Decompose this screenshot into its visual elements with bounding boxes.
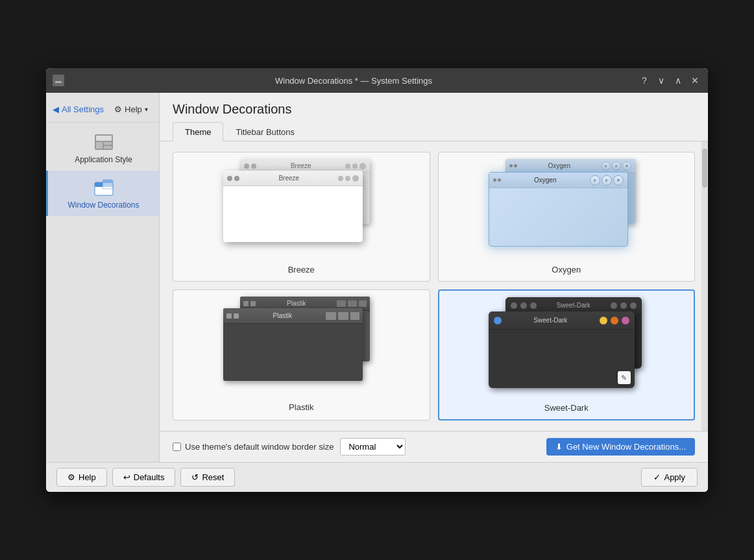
svg-rect-1	[96, 136, 112, 141]
help-footer-icon: ⚙	[67, 472, 75, 482]
main-layout: ◀ All Settings ⚙ Help ▾	[46, 93, 708, 462]
border-size-checkbox-label[interactable]: Use theme's default window border size	[173, 442, 334, 452]
bottom-options-bar: Use theme's default window border size N…	[160, 431, 708, 462]
apply-label: Apply	[664, 472, 685, 482]
sweet-dark-label: Sweet-Dark	[544, 403, 589, 413]
theme-card-breeze[interactable]: Breeze	[173, 152, 430, 282]
help-dropdown-icon: ▾	[145, 106, 148, 113]
svg-rect-8	[103, 180, 113, 183]
reset-icon: ↺	[191, 472, 199, 482]
theme-card-oxygen[interactable]: Oxygen ∨ ∧ ✕	[438, 152, 696, 282]
scrollbar-thumb[interactable]	[702, 149, 707, 188]
scrollbar-track[interactable]	[701, 141, 708, 431]
window-title: Window Decorations * — System Settings	[69, 76, 638, 86]
application-style-icon	[93, 132, 114, 152]
breeze-preview: Breeze	[180, 159, 423, 260]
all-settings-label: All Settings	[62, 104, 104, 114]
sidebar-item-application-style[interactable]: Application Style	[46, 125, 159, 171]
defaults-icon: ↩	[123, 472, 130, 482]
border-size-label: Use theme's default window border size	[185, 442, 334, 452]
app-icon: ▬	[53, 75, 64, 86]
main-window: ▬ Window Decorations * — System Settings…	[46, 68, 708, 492]
defaults-button[interactable]: ↩ Defaults	[112, 468, 176, 487]
window-decorations-icon	[93, 177, 114, 198]
help-icon: ⚙	[114, 104, 122, 114]
titlebar: ▬ Window Decorations * — System Settings…	[46, 68, 708, 93]
help-nav-button[interactable]: ⚙ Help ▾	[114, 104, 148, 114]
defaults-label: Defaults	[134, 472, 165, 482]
scroll-area: Breeze	[160, 141, 708, 431]
window-decorations-label: Window Decorations	[67, 201, 139, 210]
apply-checkmark-icon: ✓	[653, 472, 661, 482]
border-size-checkbox[interactable]	[173, 443, 181, 451]
help-footer-button[interactable]: ⚙ Help	[56, 468, 107, 487]
footer: ⚙ Help ↩ Defaults ↺ Reset ✓ Apply	[46, 462, 708, 492]
tab-bar: Theme Titlebar Buttons	[160, 122, 708, 141]
tab-titlebar-buttons[interactable]: Titlebar Buttons	[223, 122, 307, 141]
sidebar-topbar: ◀ All Settings ⚙ Help ▾	[46, 99, 159, 123]
shade-button[interactable]: ∨	[655, 74, 668, 87]
tab-theme[interactable]: Theme	[173, 122, 223, 141]
get-new-decorations-button[interactable]: ⬇ Get New Window Decorations...	[546, 438, 695, 456]
help-footer-label: Help	[79, 472, 96, 482]
svg-rect-2	[96, 142, 103, 149]
apply-button[interactable]: ✓ Apply	[641, 468, 698, 487]
back-button[interactable]: ◀ All Settings	[53, 104, 104, 114]
border-size-select[interactable]: Normal None No Sides Tiny Small Large Ve…	[340, 438, 406, 456]
content-area: Window Decorations Theme Titlebar Button…	[160, 93, 708, 462]
sweet-dark-preview: Sweet-Dark	[446, 297, 688, 398]
theme-card-sweet-dark[interactable]: Sweet-Dark	[438, 289, 696, 420]
plastik-label: Plastik	[289, 402, 313, 412]
help-button[interactable]: ?	[638, 74, 651, 87]
sidebar-item-window-decorations[interactable]: Window Decorations	[46, 171, 159, 216]
back-icon: ◀	[53, 104, 59, 114]
help-nav-label: Help	[125, 104, 142, 114]
page-title: Window Decorations	[173, 102, 695, 117]
application-style-label: Application Style	[75, 155, 132, 164]
reset-button[interactable]: ↺ Reset	[180, 468, 235, 487]
close-button[interactable]: ✕	[688, 74, 701, 87]
get-new-label: Get New Window Decorations...	[566, 442, 686, 452]
breeze-label: Breeze	[288, 265, 315, 274]
minimize-button[interactable]: ∧	[672, 74, 685, 87]
svg-rect-3	[104, 142, 112, 145]
oxygen-preview: Oxygen ∨ ∧ ✕	[445, 159, 688, 260]
content-header: Window Decorations	[160, 93, 708, 122]
titlebar-controls: ? ∨ ∧ ✕	[638, 74, 701, 87]
theme-card-plastik[interactable]: Plastik	[173, 289, 430, 420]
theme-grid: Breeze	[160, 141, 708, 431]
sidebar: ◀ All Settings ⚙ Help ▾	[46, 93, 160, 462]
plastik-preview: Plastik	[180, 297, 423, 397]
svg-rect-4	[104, 146, 112, 149]
oxygen-label: Oxygen	[552, 265, 581, 274]
reset-label: Reset	[202, 472, 224, 482]
download-icon: ⬇	[555, 442, 563, 452]
